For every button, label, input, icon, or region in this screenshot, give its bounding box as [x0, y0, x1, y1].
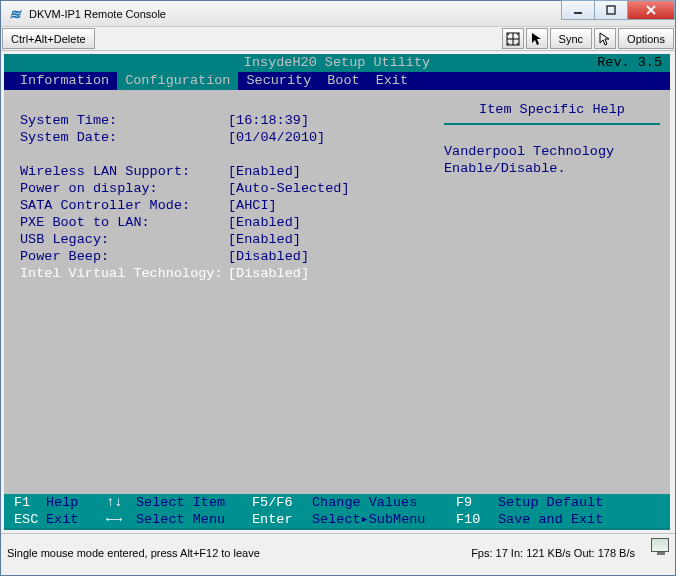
bios-title: InsydeH20 Setup Utility: [244, 55, 430, 70]
footer-label-select-menu: Select Menu: [136, 511, 252, 528]
help-pane: Item Specific Help Vanderpool Technology…: [436, 92, 668, 492]
footer-key-esc: ESC: [4, 511, 46, 528]
setting-row[interactable]: USB Legacy:[Enabled]: [10, 231, 430, 248]
footer-label-exit: Exit: [46, 511, 106, 528]
setting-value: [Disabled]: [228, 265, 309, 282]
tab-security[interactable]: Security: [238, 72, 319, 90]
footer-arrows-ud: ↑↓: [106, 494, 136, 511]
setting-row[interactable]: System Time:[16:18:39]: [10, 112, 430, 129]
footer-key-f10: F10: [456, 511, 498, 528]
bios-tabs: InformationConfigurationSecurityBootExit: [4, 72, 670, 90]
cursor-solid-icon[interactable]: [526, 28, 548, 49]
setting-value: [01/04/2010]: [228, 129, 325, 146]
footer-key-f1: F1: [4, 494, 46, 511]
setting-row[interactable]: Power Beep:[Disabled]: [10, 248, 430, 265]
ctrl-alt-delete-button[interactable]: Ctrl+Alt+Delete: [2, 28, 95, 49]
footer-label-change-values: Change Values: [312, 494, 456, 511]
setting-value: [Disabled]: [228, 248, 309, 265]
status-bar: Single mouse mode entered, press Alt+F12…: [1, 533, 675, 571]
bios-title-bar: InsydeH20 Setup Utility Rev. 3.5: [4, 54, 670, 72]
footer-label-save-exit: Save and Exit: [498, 511, 603, 528]
cursor-outline-icon[interactable]: [594, 28, 616, 49]
sync-button[interactable]: Sync: [550, 28, 592, 49]
setting-label: System Date:: [10, 129, 228, 146]
help-title: Item Specific Help: [444, 102, 660, 125]
setting-label: PXE Boot to LAN:: [10, 214, 228, 231]
setting-value: [Auto-Selected]: [228, 180, 350, 197]
footer-label-setup-default: Setup Default: [498, 494, 603, 511]
help-text: Vanderpool Technology Enable/Disable.: [444, 143, 660, 177]
fullscreen-icon[interactable]: [502, 28, 524, 49]
svg-rect-1: [607, 6, 615, 14]
window-title: DKVM-IP1 Remote Console: [29, 8, 562, 20]
footer-label-select-submenu: Select▸SubMenu: [312, 511, 456, 528]
titlebar: ≋ DKVM-IP1 Remote Console: [1, 1, 675, 27]
bios-screen: InsydeH20 Setup Utility Rev. 3.5 Informa…: [4, 54, 670, 530]
setting-label: Intel Virtual Technology:: [10, 265, 228, 282]
setting-value: [Enabled]: [228, 163, 301, 180]
monitor-icon[interactable]: [651, 538, 669, 552]
bios-revision: Rev. 3.5: [597, 54, 662, 72]
status-stats: Fps: 17 In: 121 KB/s Out: 178 B/s: [471, 547, 635, 559]
setting-value: [AHCI]: [228, 197, 277, 214]
settings-pane: System Time:[16:18:39]System Date:[01/04…: [6, 92, 436, 492]
setting-value: [Enabled]: [228, 231, 301, 248]
tab-information[interactable]: Information: [12, 72, 117, 90]
java-icon: ≋: [7, 6, 23, 22]
footer-arrows-lr: ←→: [106, 511, 136, 528]
setting-row[interactable]: Power on display:[Auto-Selected]: [10, 180, 430, 197]
tab-boot[interactable]: Boot: [319, 72, 367, 90]
setting-row[interactable]: System Date:[01/04/2010]: [10, 129, 430, 146]
setting-label: Power Beep:: [10, 248, 228, 265]
setting-value: [Enabled]: [228, 214, 301, 231]
setting-label: SATA Controller Mode:: [10, 197, 228, 214]
bios-body: System Time:[16:18:39]System Date:[01/04…: [4, 90, 670, 494]
maximize-button[interactable]: [594, 0, 628, 20]
window-controls: [562, 1, 675, 26]
tab-exit[interactable]: Exit: [368, 72, 416, 90]
setting-row[interactable]: PXE Boot to LAN:[Enabled]: [10, 214, 430, 231]
toolbar: Ctrl+Alt+Delete Sync Options: [1, 27, 675, 51]
footer-key-f5f6: F5/F6: [252, 494, 312, 511]
bios-footer: F1 Help ↑↓ Select Item F5/F6 Change Valu…: [4, 494, 670, 528]
options-button[interactable]: Options: [618, 28, 674, 49]
setting-label: System Time:: [10, 112, 228, 129]
setting-row[interactable]: SATA Controller Mode:[AHCI]: [10, 197, 430, 214]
setting-label: Power on display:: [10, 180, 228, 197]
footer-key-enter: Enter: [252, 511, 312, 528]
status-message: Single mouse mode entered, press Alt+F12…: [7, 547, 471, 559]
setting-label: Wireless LAN Support:: [10, 163, 228, 180]
close-button[interactable]: [627, 0, 675, 20]
setting-value: [16:18:39]: [228, 112, 309, 129]
setting-label: USB Legacy:: [10, 231, 228, 248]
tab-configuration[interactable]: Configuration: [117, 72, 238, 90]
app-window: ≋ DKVM-IP1 Remote Console Ctrl+Alt+Delet…: [0, 0, 676, 576]
setting-row[interactable]: Intel Virtual Technology:[Disabled]: [10, 265, 430, 282]
footer-key-f9: F9: [456, 494, 498, 511]
footer-label-select-item: Select Item: [136, 494, 252, 511]
setting-row[interactable]: Wireless LAN Support:[Enabled]: [10, 163, 430, 180]
minimize-button[interactable]: [561, 0, 595, 20]
footer-label-help: Help: [46, 494, 106, 511]
